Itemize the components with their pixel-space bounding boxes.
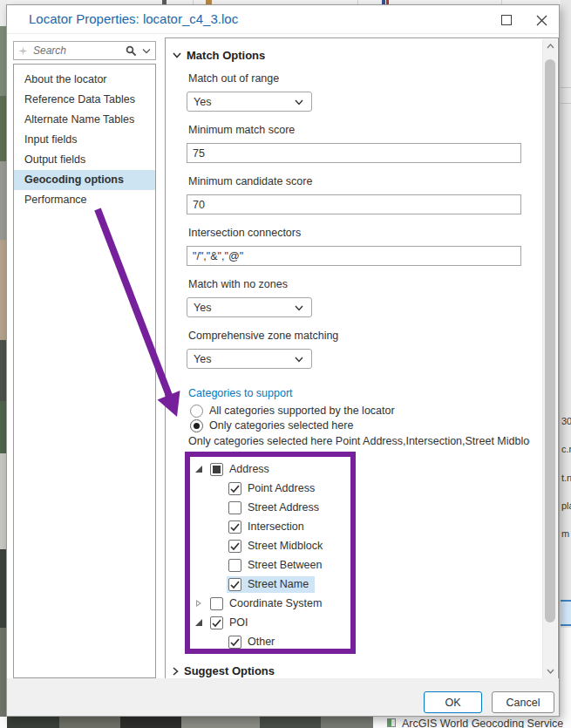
tree-item-street-midblock[interactable]: Street Midblock xyxy=(190,536,350,555)
chevron-down-icon xyxy=(295,99,303,105)
radio-only-selected-categories[interactable]: Only categories selected here xyxy=(190,418,540,432)
tree-item-poi[interactable]: POI xyxy=(190,613,350,632)
close-button[interactable] xyxy=(531,11,552,29)
tree-item-point-address[interactable]: Point Address xyxy=(190,479,350,498)
sidebar-search[interactable]: Search xyxy=(13,41,156,60)
background-divider xyxy=(561,103,571,104)
expander-expanded-icon[interactable] xyxy=(194,466,203,473)
cancel-button[interactable]: Cancel xyxy=(492,691,554,713)
scroll-up-icon[interactable] xyxy=(547,44,554,49)
scrollbar-thumb[interactable] xyxy=(545,59,555,623)
clipped-text: c.n xyxy=(561,444,571,454)
search-placeholder: Search xyxy=(33,44,126,57)
chevron-right-icon xyxy=(173,667,179,676)
sidebar-item-output-fields[interactable]: Output fields xyxy=(14,150,155,170)
minimum-match-score-input[interactable]: 75 xyxy=(187,143,521,163)
tree-item-street-between[interactable]: Street Between xyxy=(190,555,350,575)
expander-expanded-icon[interactable] xyxy=(194,619,203,626)
scroll-down-icon[interactable] xyxy=(547,669,554,674)
checkbox-unchecked-icon[interactable] xyxy=(228,501,241,514)
match-options-header[interactable]: Match Options xyxy=(173,49,540,62)
sidebar-item-performance[interactable]: Performance xyxy=(14,190,155,210)
tree-label: Street Between xyxy=(248,559,322,571)
tree-item-coordinate-system[interactable]: Coordinate System xyxy=(190,594,350,613)
radio-label: All categories supported by the locator xyxy=(209,405,395,417)
checkbox-checked-icon[interactable] xyxy=(210,616,223,629)
geocoding-options-panel: Match Options Match out of range Yes Min… xyxy=(165,37,559,683)
minimum-candidate-score-label: Minimum candidate score xyxy=(188,175,540,187)
chevron-down-icon[interactable] xyxy=(142,48,151,54)
background-area xyxy=(561,628,571,717)
tree-label: Point Address xyxy=(248,482,315,494)
expander-collapsed-icon[interactable] xyxy=(194,600,203,607)
intersection-connectors-input[interactable]: "/","&","@" xyxy=(187,246,521,266)
select-value: Yes xyxy=(194,353,211,365)
tree-label: Street Name xyxy=(248,578,309,590)
tree-label: POI xyxy=(229,616,248,629)
sidebar-item-alternate-name-tables[interactable]: Alternate Name Tables xyxy=(14,110,155,130)
tree-label: Street Midblock xyxy=(248,540,323,552)
radio-all-categories[interactable]: All categories supported by the locator xyxy=(190,404,540,418)
background-panel-strip: 30. c.n t.n pla m xyxy=(561,0,571,728)
input-value: 70 xyxy=(193,199,205,211)
match-out-of-range-label: Match out of range xyxy=(188,72,540,85)
tree-item-other[interactable]: Other xyxy=(190,632,350,651)
dialog-footer: OK Cancel xyxy=(7,678,559,716)
tree-item-street-name[interactable]: Street Name xyxy=(190,575,350,594)
settings-nav: About the locator Reference Data Tables … xyxy=(13,64,156,678)
geocoding-service-row: ArcGIS World Geocoding Service xyxy=(387,718,563,728)
checkbox-checked-icon[interactable] xyxy=(228,636,241,649)
intersection-connectors-label: Intersection connectors xyxy=(188,227,540,239)
maximize-icon xyxy=(501,15,512,25)
chevron-down-icon xyxy=(173,52,181,58)
checkbox-checked-icon[interactable] xyxy=(228,482,241,495)
comprehensive-zone-matching-select[interactable]: Yes xyxy=(187,349,312,369)
background-imagery xyxy=(7,717,373,728)
checkbox-checked-icon[interactable] xyxy=(228,578,241,591)
close-icon xyxy=(536,15,547,26)
checkbox-unchecked-icon[interactable] xyxy=(228,559,241,572)
select-value: Yes xyxy=(194,96,211,108)
chevron-down-icon xyxy=(295,305,303,311)
tree-item-intersection[interactable]: Intersection xyxy=(190,517,350,536)
checkbox-checked-icon[interactable] xyxy=(228,520,241,534)
background-divider xyxy=(561,87,571,88)
checkbox-unchecked-icon[interactable] xyxy=(210,597,223,610)
tree-label: Other xyxy=(248,636,275,648)
checkbox-checked-icon[interactable] xyxy=(228,540,241,553)
clipped-text: pla xyxy=(561,500,571,511)
chevron-down-icon xyxy=(295,357,303,363)
match-with-no-zones-label: Match with no zones xyxy=(188,278,540,290)
sidebar-item-about-the-locator[interactable]: About the locator xyxy=(14,70,155,90)
tree-label: Coordinate System xyxy=(229,597,322,609)
select-value: Yes xyxy=(194,302,211,314)
suggest-options-header[interactable]: Suggest Options xyxy=(173,664,540,677)
background-selected-row xyxy=(561,600,571,626)
sidebar-item-input-fields[interactable]: Input fields xyxy=(14,130,155,150)
match-with-no-zones-select[interactable]: Yes xyxy=(187,297,312,317)
tree-item-street-address[interactable]: Street Address xyxy=(190,498,350,517)
magnifier-icon[interactable] xyxy=(126,45,137,57)
sparkle-icon xyxy=(18,46,28,56)
tree-label: Street Address xyxy=(248,501,319,514)
minimum-candidate-score-input[interactable]: 70 xyxy=(187,194,521,214)
maximize-button[interactable] xyxy=(496,11,517,29)
match-out-of-range-select[interactable]: Yes xyxy=(187,92,312,112)
tree-item-address[interactable]: Address xyxy=(190,459,350,479)
sidebar-item-geocoding-options[interactable]: Geocoding options xyxy=(14,170,155,190)
ok-button[interactable]: OK xyxy=(424,691,482,713)
sidebar-item-reference-data-tables[interactable]: Reference Data Tables xyxy=(14,90,155,110)
categories-to-support-link[interactable]: Categories to support xyxy=(188,387,540,399)
selected-categories-summary: Only categories selected here Point Addr… xyxy=(188,435,530,447)
panel-scrollbar[interactable] xyxy=(542,39,557,681)
checkbox-indeterminate-icon[interactable] xyxy=(210,463,223,476)
screenshot-root: 30. c.n t.n pla m ArcGIS World Geocoding… xyxy=(0,0,571,728)
locator-service-icon xyxy=(387,718,396,727)
tree-label: Address xyxy=(229,463,269,475)
category-tree-annotation-box: Address Point Address Street Address xyxy=(185,452,356,654)
minimum-match-score-label: Minimum match score xyxy=(188,124,540,136)
radio-icon xyxy=(190,405,203,418)
dialog-titlebar: Locator Properties: locator_c4_3.loc xyxy=(7,5,559,34)
clipped-text: m xyxy=(561,528,571,539)
dialog-title: Locator Properties: locator_c4_3.loc xyxy=(29,11,238,26)
